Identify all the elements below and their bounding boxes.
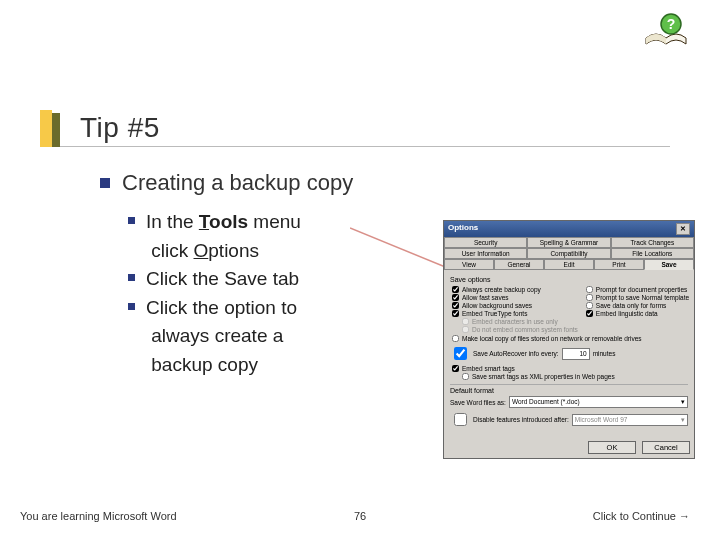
tab-security[interactable]: Security — [444, 237, 527, 248]
label: Always create backup copy — [462, 286, 541, 293]
chevron-down-icon: ▾ — [681, 415, 685, 425]
save-options-label: Save options — [450, 276, 688, 283]
tab-row-1: Security Spelling & Grammar Track Change… — [444, 237, 694, 248]
tab-compatibility[interactable]: Compatibility — [527, 248, 610, 259]
tab-track-changes[interactable]: Track Changes — [611, 237, 694, 248]
click-to-continue[interactable]: Click to Continue → — [593, 510, 690, 522]
cb-embed-truetype[interactable]: Embed TrueType fonts — [450, 310, 578, 317]
disable-after-row: Disable features introduced after: Micro… — [450, 410, 688, 429]
label: Do not embed common system fonts — [472, 326, 578, 333]
options-dialog: Options ✕ Security Spelling & Grammar Tr… — [443, 220, 695, 459]
accent-bar-olive — [52, 113, 60, 147]
text: ptions — [208, 240, 259, 261]
cancel-button[interactable]: Cancel — [642, 441, 690, 454]
chevron-down-icon: ▾ — [681, 397, 685, 407]
disable-after-dropdown[interactable]: Microsoft Word 97▾ — [572, 414, 688, 426]
label: minutes — [593, 350, 616, 357]
label: Save AutoRecover info every: — [473, 350, 559, 357]
text-underline: T — [199, 211, 209, 232]
cb-always-create-backup[interactable]: Always create backup copy — [450, 286, 578, 293]
cb-disable-after[interactable] — [454, 413, 467, 426]
cb-embed-smart-tags[interactable]: Embed smart tags — [450, 365, 688, 372]
label: Save data only for forms — [596, 302, 666, 309]
slide-title: Tip #5 — [60, 110, 670, 147]
tab-row-3: View General Edit Print Save — [444, 259, 694, 270]
save-as-dropdown[interactable]: Word Document (*.doc)▾ — [509, 396, 688, 408]
cb-no-common-fonts: Do not embed common system fonts — [450, 326, 578, 333]
sub-item-3b: always create a — [128, 322, 420, 351]
dialog-titlebar: Options ✕ — [444, 221, 694, 237]
ok-button[interactable]: OK — [588, 441, 636, 454]
help-book-icon: ? — [642, 10, 690, 54]
tab-spelling[interactable]: Spelling & Grammar — [527, 237, 610, 248]
label: Prompt to save Normal template — [596, 294, 689, 301]
close-icon[interactable]: ✕ — [676, 223, 690, 235]
svg-text:?: ? — [667, 16, 676, 32]
tab-user-info[interactable]: User Information — [444, 248, 527, 259]
cb-prompt-doc-props[interactable]: Prompt for document properties — [584, 286, 689, 293]
page-number: 76 — [354, 510, 366, 522]
cb-embed-linguistic[interactable]: Embed linguistic data — [584, 310, 689, 317]
label: Make local copy of files stored on netwo… — [462, 335, 642, 342]
tab-file-locations[interactable]: File Locations — [611, 248, 694, 259]
cb-local-copy-network[interactable]: Make local copy of files stored on netwo… — [450, 335, 688, 342]
tab-edit[interactable]: Edit — [544, 259, 594, 270]
label: Disable features introduced after: — [473, 416, 569, 423]
cb-smart-tags-xml[interactable]: Save smart tags as XML properties in Web… — [450, 373, 688, 380]
label: Embed TrueType fonts — [462, 310, 527, 317]
label: Embed characters in use only — [472, 318, 558, 325]
cb-allow-fast-saves[interactable]: Allow fast saves — [450, 294, 578, 301]
slide-title-block: Tip #5 — [40, 110, 670, 147]
dialog-button-row: OK Cancel — [444, 437, 694, 458]
cb-autorecover[interactable] — [454, 347, 467, 360]
text: menu — [248, 211, 301, 232]
right-options-column: Prompt for document properties Prompt to… — [584, 285, 689, 334]
bullet-main: Creating a backup copy — [100, 170, 420, 196]
cb-prompt-normal[interactable]: Prompt to save Normal template — [584, 294, 689, 301]
footer-left: You are learning Microsoft Word — [20, 510, 177, 522]
accent-bar-yellow — [40, 110, 52, 147]
label: Embed smart tags — [462, 365, 515, 372]
text: always create a — [151, 325, 283, 346]
label: Allow fast saves — [462, 294, 509, 301]
cb-allow-background-saves[interactable]: Allow background saves — [450, 302, 578, 309]
left-options-column: Always create backup copy Allow fast sav… — [450, 285, 578, 334]
text-bold: ools — [209, 211, 248, 232]
value: Word Document (*.doc) — [512, 397, 580, 407]
tab-save[interactable]: Save — [644, 259, 694, 270]
tab-general[interactable]: General — [494, 259, 544, 270]
label: Prompt for document properties — [596, 286, 687, 293]
label: Allow background saves — [462, 302, 532, 309]
dialog-title: Options — [448, 223, 478, 235]
tab-view[interactable]: View — [444, 259, 494, 270]
default-format-label: Default format — [450, 387, 688, 394]
label: Save Word files as: — [450, 399, 506, 406]
text-underline: O — [194, 240, 209, 261]
cb-embed-chars-only: Embed characters in use only — [450, 318, 578, 325]
divider — [450, 384, 688, 385]
dialog-body: Save options Always create backup copy A… — [444, 270, 694, 437]
label: Save smart tags as XML properties in Web… — [472, 373, 615, 380]
autorecover-value[interactable]: 10 — [562, 348, 590, 360]
autorecover-row: Save AutoRecover info every: 10 minutes — [450, 344, 688, 363]
text: click — [151, 240, 193, 261]
text: backup copy — [151, 354, 258, 375]
sub-item-3c: backup copy — [128, 351, 420, 380]
tab-row-2: User Information Compatibility File Loca… — [444, 248, 694, 259]
value: Microsoft Word 97 — [575, 415, 628, 425]
text: In the — [146, 211, 199, 232]
tab-print[interactable]: Print — [594, 259, 644, 270]
save-as-row: Save Word files as: Word Document (*.doc… — [450, 396, 688, 408]
cb-save-data-forms[interactable]: Save data only for forms — [584, 302, 689, 309]
label: Embed linguistic data — [596, 310, 658, 317]
